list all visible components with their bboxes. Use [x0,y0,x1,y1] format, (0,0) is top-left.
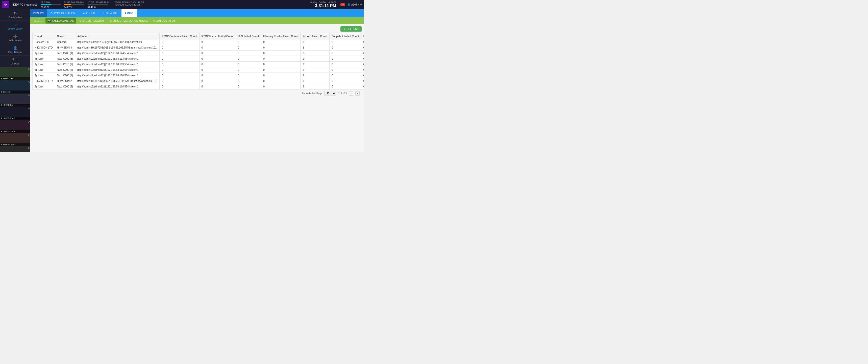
camera-gear-icon[interactable]: ⚙ [28,94,30,97]
cloud-tab-icon: ☁ [82,11,85,15]
cell-ffmpeg: 0 [261,51,301,56]
cell-name: HIKVISION 2 [55,78,75,84]
cell-brand: Tp-Link [33,73,55,78]
cell-rtmp-container: 0 [159,78,199,84]
cell-rtmp-container: 0 [159,45,199,51]
sidebar-label-add-camera: Add Camera [9,39,22,42]
cell-name: HIKVISION 3 [55,45,75,51]
cell-name: Tapo C310 (2) [55,62,75,67]
tab-info[interactable]: ℹ INFO [122,9,137,17]
info-list-icon: ≡ [153,20,155,22]
cell-record-failed: 3 [301,78,330,84]
content-area: ↻ REFRESH Brand Name Address RTMP Contai… [30,24,364,152]
camera-thumb[interactable]: Tapo C200 (1) ⚙ [0,146,30,152]
col-record-stuck: Record Stuck Process Count [361,33,364,39]
cell-brand: Tp-Link [33,67,55,73]
table-row: Tp-Link Tapo C200 (1) rtsp://admin12:adm… [33,51,364,56]
cell-hls: 0 [236,67,261,73]
cell-brand: Tp-Link [33,51,55,56]
camera-gear-icon[interactable]: ⚙ [28,134,30,136]
cell-ffmpeg: 0 [261,78,301,84]
record-icon: ⊙ [79,20,81,22]
cell-address: rtsp://admin12:admin12@192.168.68.113:55… [75,56,159,62]
cell-name: Tapo C200 (1) [55,51,75,56]
cell-name: Tapo C200 (2) [55,84,75,89]
camera-gear-icon[interactable]: ⚙ [28,147,30,149]
pagination-info: 1-9 of 9 [338,92,347,95]
camera-thumb[interactable]: HIKVISION 3 ⚙ [0,120,30,133]
cell-rtmp-container: 0 [159,84,199,89]
camera-thumb-label: Concord [0,90,30,93]
cell-hls: 0 [236,73,261,78]
camera-gear-icon[interactable]: ⚙ [28,81,30,84]
cell-record-stuck: 0 [361,51,364,56]
camera-gear-icon[interactable]: ⚙ [28,107,30,110]
cell-name: Concord [55,39,75,45]
camera-thumb-label: Anker Eufy [0,77,30,80]
failed-cameras-table: Brand Name Address RTMP Container Failed… [32,33,364,89]
tab-general[interactable]: ☰ GENERAL [98,9,122,17]
cell-rtmp-feeder: 0 [199,67,236,73]
col-record-failed: Record Failed Count [301,33,330,39]
subtab-gpu[interactable]: ⊞ GPU [31,18,45,24]
cell-rtmp-container: 0 [159,67,199,73]
cell-record-failed: 3 [301,39,330,45]
cell-name: Tapo C200 (5) [55,67,75,73]
sidebar-item-face-training[interactable]: 👤 Face Training [0,44,30,56]
col-ffmpeg: FFmpeg Reader Failed Count [261,33,301,39]
chevron-down-icon: ▾ [361,3,362,6]
camera-thumb[interactable]: Anker Eufy ⚙ [0,67,30,80]
table-row: Tp-Link Tapo C200 (2) rtsp://admin12:adm… [33,84,364,89]
cell-address: rtsp://admin:HK197283@192.168.68.111:554… [75,78,159,84]
camera-thumb[interactable]: HIKVISION 2 ⚙ [0,107,30,120]
sidebar-item-add-camera[interactable]: ➕ Add Camera [0,32,30,44]
cell-rtmp-feeder: 0 [199,39,236,45]
camera-thumb[interactable]: Concord ⚙ [0,80,30,93]
refresh-button[interactable]: ↻ REFRESH [340,26,362,32]
tab-bar-title: DEV PC [30,9,47,17]
cell-rtmp-feeder: 0 [199,51,236,56]
sidebar-item-configuration[interactable]: ⚙ Configuration [0,9,30,21]
cell-rtmp-feeder: 0 [199,56,236,62]
subtab-failed-cameras[interactable]: 📷 FAILED CAMERAS [45,18,76,24]
sidebar-item-ai-data[interactable]: ⋮⋮ AI Data [0,56,30,67]
sidebar-item-stream-gallery[interactable]: ⊞ Stream Gallery [0,21,30,32]
cell-ffmpeg: 0 [261,62,301,67]
camera-thumb[interactable]: HIKVISION ⚙ [0,93,30,107]
cell-rtmp-container: 0 [159,73,199,78]
camera-thumb-label: HIKVISION 3 [0,130,30,133]
tab-bar: DEV PC ⚙ CONFIGURATION ☁ CLOUD ☰ GENERAL… [30,9,364,17]
cell-hls: 0 [236,39,261,45]
table-body: Concord IPC Concord rtsp://admin:admin12… [33,39,364,89]
subtab-object-detection[interactable]: ◈ OBJECT DETECTION MODEL [107,18,150,24]
cell-record-failed: 2 [301,51,330,56]
tab-configuration[interactable]: ⚙ CONFIGURATION [47,9,79,17]
sidebar-label-stream-gallery: Stream Gallery [7,28,23,30]
camera-gear-icon[interactable]: ⚙ [28,68,30,71]
admin-menu[interactable]: 👤 ADMIN ▾ [347,3,362,6]
table-header: Brand Name Address RTMP Container Failed… [33,33,364,39]
camera-thumb[interactable]: HIKVISION10... ⚙ [0,133,30,146]
notification-badge[interactable]: 27 [340,3,345,6]
per-page-select[interactable]: 152550100 [324,91,336,96]
cell-rtmp-container: 0 [159,56,199,62]
cell-address: rtsp://admin12:admin12@192.168.68.120:55… [75,73,159,78]
cell-rtmp-container: 0 [159,62,199,67]
subtab-various-infos[interactable]: ≡ VARIOUS INFOS [151,18,178,24]
table-row: Tp-Link Tapo C310 (2) rtsp://admin12:adm… [33,62,364,67]
camera-status-dot [1,78,2,79]
tab-cloud[interactable]: ☁ CLOUD [79,9,98,17]
cell-brand: HIKVISION LTD [33,45,55,51]
prev-page-button[interactable]: ‹ [349,91,353,95]
cell-record-stuck: 0 [361,67,364,73]
cell-brand: HIKVISION LTD [33,78,55,84]
col-rtmp-feeder: RTMP Feeder Failed Count [199,33,236,39]
next-page-button[interactable]: › [355,91,360,95]
cell-address: rtsp://admin12:admin12@192.168.68.114:55… [75,84,159,89]
subtab-stuck-records[interactable]: ⊙ STUCK RECORDS [77,18,107,24]
camera-status-dot [1,104,2,106]
main-layout: ⚙ Configuration ⊞ Stream Gallery ➕ Add C… [0,9,364,152]
camera-status-dot [1,117,2,119]
camera-gear-icon[interactable]: ⚙ [28,120,30,123]
app-logo: NX [2,1,9,8]
